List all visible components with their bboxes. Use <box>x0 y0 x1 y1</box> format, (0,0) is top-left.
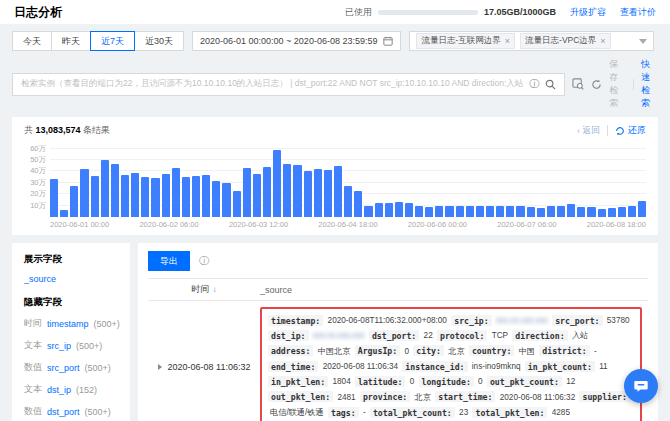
log-field-key: out_pkt_count: <box>487 376 562 387</box>
column-header-time[interactable]: 时间 ↓ <box>148 283 260 296</box>
sort-descending-icon: ↓ <box>213 285 217 294</box>
histogram-bar[interactable] <box>496 206 504 217</box>
histogram-bar[interactable] <box>405 203 413 217</box>
histogram-bar[interactable] <box>243 168 251 217</box>
histogram-bar[interactable] <box>141 177 149 217</box>
histogram-bar[interactable] <box>253 174 261 217</box>
histogram-bar[interactable] <box>111 164 119 218</box>
histogram-bar[interactable] <box>162 174 170 217</box>
histogram-bar[interactable] <box>131 173 139 217</box>
back-button[interactable]: ‹ 返回 <box>577 124 600 137</box>
histogram-bar[interactable] <box>486 206 494 217</box>
y-tick-label: 10万 <box>30 201 46 211</box>
histogram-bar[interactable] <box>608 208 616 217</box>
histogram-bar[interactable] <box>202 175 210 217</box>
export-info-icon[interactable]: ⓘ <box>199 254 209 268</box>
histogram-bar[interactable] <box>334 166 342 217</box>
histogram-bar[interactable] <box>425 207 433 217</box>
histogram-bar[interactable] <box>192 176 200 217</box>
syntax-help-icon[interactable]: ⓘ <box>529 77 539 91</box>
quick-search-button[interactable]: 快速检索 <box>641 58 658 110</box>
log-field-value: 23 <box>457 408 470 417</box>
table-toolbar: 导出 ⓘ <box>148 251 648 271</box>
histogram-bar[interactable] <box>567 204 575 217</box>
histogram-bar[interactable] <box>70 186 78 217</box>
histogram-bar[interactable] <box>233 191 241 217</box>
histogram-bar[interactable] <box>628 206 636 217</box>
histogram-bar[interactable] <box>577 207 585 217</box>
log-field-value: ins-ino9mknq <box>470 362 523 371</box>
histogram-bar[interactable] <box>445 206 453 217</box>
date-range-picker[interactable]: 2020-06-01 00:00:00 ~ 2020-06-08 23:59:5… <box>192 31 401 51</box>
close-icon[interactable]: × <box>600 36 605 46</box>
histogram-bar[interactable] <box>293 165 301 217</box>
pricing-link[interactable]: 查看计价 <box>620 6 656 19</box>
histogram-bar[interactable] <box>527 207 535 217</box>
histogram-bar[interactable] <box>385 203 393 217</box>
histogram-bar[interactable] <box>506 206 514 217</box>
close-icon[interactable]: × <box>505 36 510 46</box>
histogram-bar[interactable] <box>415 206 423 217</box>
histogram-bar[interactable] <box>587 207 595 217</box>
histogram-bar[interactable] <box>618 207 626 217</box>
histogram-bar[interactable] <box>537 208 545 217</box>
histogram-bar[interactable] <box>50 179 58 217</box>
display-field-source[interactable]: _source <box>24 274 118 284</box>
histogram-bar[interactable] <box>598 209 606 217</box>
search-icon[interactable] <box>545 79 556 90</box>
histogram-bar[interactable] <box>456 206 464 217</box>
histogram-bar[interactable] <box>151 178 159 217</box>
restore-button[interactable]: 还原 <box>615 124 646 137</box>
histogram-bar[interactable] <box>172 168 180 217</box>
histogram-bar[interactable] <box>375 203 383 217</box>
field-name-link[interactable]: dst_port <box>47 407 80 417</box>
histogram-bar[interactable] <box>354 191 362 217</box>
histogram-bar[interactable] <box>435 206 443 217</box>
time-range-button-昨天[interactable]: 昨天 <box>51 31 91 51</box>
histogram-bar[interactable] <box>263 167 271 217</box>
histogram-bar[interactable] <box>91 176 99 217</box>
histogram-bar[interactable] <box>273 150 281 217</box>
field-name-link[interactable]: src_ip <box>47 341 71 351</box>
histogram-bar[interactable] <box>182 177 190 217</box>
histogram-bar[interactable] <box>314 169 322 217</box>
expand-row-icon[interactable] <box>158 364 162 370</box>
saved-search-icon[interactable] <box>572 78 584 90</box>
histogram-bar[interactable] <box>344 186 352 217</box>
histogram-bar[interactable] <box>547 206 555 217</box>
refresh-icon[interactable] <box>591 79 602 90</box>
highlighted-source-content: timestamp: 2020-06-08T11:06:32.000+08:00… <box>260 307 642 421</box>
save-search-button[interactable]: 保存检索 <box>609 58 626 110</box>
histogram-bar[interactable] <box>60 210 68 217</box>
histogram-bar[interactable] <box>395 202 403 217</box>
histogram-bar[interactable] <box>304 171 312 217</box>
time-range-button-今天[interactable]: 今天 <box>12 31 52 51</box>
histogram-bar[interactable] <box>222 183 230 217</box>
histogram-bar[interactable] <box>638 201 646 217</box>
hidden-fields-list: 时间timestamp(500+)文本src_ip(500+)数值src_por… <box>24 317 118 421</box>
histogram-bar[interactable] <box>101 160 109 217</box>
export-button[interactable]: 导出 <box>148 251 190 271</box>
log-field-value: 0 <box>402 347 411 356</box>
histogram-bar[interactable] <box>212 181 220 217</box>
search-input[interactable]: 检索实例（查看目的端口为22，且访问源不为10.10.10.10的入站日志） |… <box>12 73 565 96</box>
upgrade-link[interactable]: 升级扩容 <box>570 6 606 19</box>
field-name-link[interactable]: timestamp <box>47 319 89 329</box>
histogram-bar[interactable] <box>466 206 474 217</box>
time-range-button-近7天[interactable]: 近7天 <box>90 31 135 51</box>
histogram-bar[interactable] <box>80 169 88 217</box>
field-name-link[interactable]: src_port <box>47 363 80 373</box>
histogram-bar[interactable] <box>516 206 524 217</box>
log-field-value: 北京 <box>413 393 433 402</box>
histogram-bar[interactable] <box>557 206 565 217</box>
histogram-bar[interactable] <box>364 206 372 217</box>
histogram-bar[interactable] <box>121 175 129 217</box>
table-body: 2020-06-08 11:06:32timestamp: 2020-06-08… <box>148 301 648 421</box>
histogram-bar[interactable] <box>324 170 332 217</box>
chat-support-button[interactable] <box>624 369 658 403</box>
histogram-bar[interactable] <box>283 164 291 218</box>
log-topic-select[interactable]: 流量日志-互联网边界×流量日志-VPC边界× <box>409 31 654 51</box>
time-range-button-近30天[interactable]: 近30天 <box>134 31 184 51</box>
histogram-bar[interactable] <box>476 206 484 217</box>
field-name-link[interactable]: dst_ip <box>47 385 71 395</box>
